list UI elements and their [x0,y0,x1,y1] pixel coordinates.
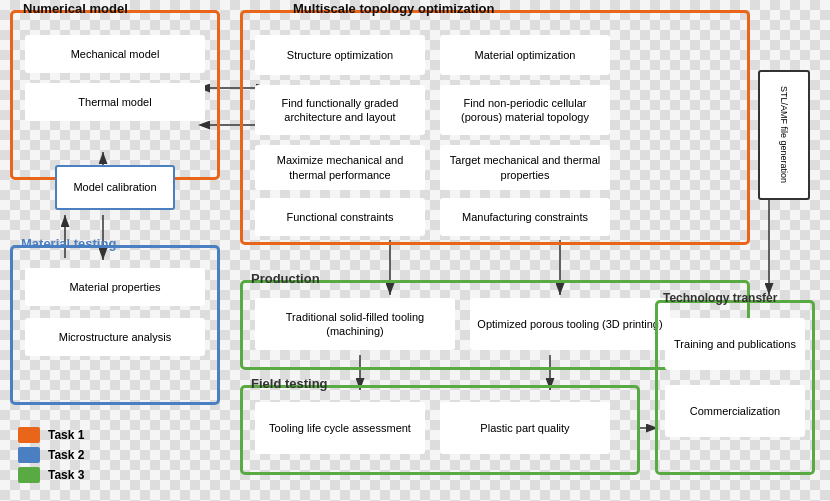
legend: Task 1 Task 2 Task 3 [18,427,84,483]
technology-transfer-title: Technology transfer [663,291,777,305]
maximize-mech-box: Maximize mechanical and thermal performa… [255,145,425,190]
tooling-life-box: Tooling life cycle assessment [255,402,425,454]
functional-constraints-box: Functional constraints [255,198,425,236]
microstructure-box: Microstructure analysis [25,318,205,356]
plastic-quality-box: Plastic part quality [440,402,610,454]
production-title: Production [251,271,320,286]
multiscale-title: Multiscale topology optimization [293,1,495,16]
field-testing-title: Field testing [251,376,328,391]
traditional-tooling-box: Traditional solid-filled tooling (machin… [255,298,455,350]
training-box: Training and publications [665,318,805,370]
mechanical-model-box: Mechanical model [25,35,205,73]
material-optimization-box: Material optimization [440,35,610,75]
commercialization-box: Commercialization [665,385,805,437]
stl-amf-box: STL/AMF file generation [758,70,810,200]
structure-optimization-box: Structure optimization [255,35,425,75]
legend-task2: Task 2 [18,447,84,463]
legend-task1-color [18,427,40,443]
target-mech-box: Target mechanical and thermal properties [440,145,610,190]
find-fga-box: Find functionally graded architecture an… [255,85,425,135]
model-calibration-box: Model calibration [55,165,175,210]
find-nonperiodic-box: Find non-periodic cellular (porous) mate… [440,85,610,135]
manufacturing-constraints-box: Manufacturing constraints [440,198,610,236]
legend-task3: Task 3 [18,467,84,483]
legend-task3-color [18,467,40,483]
material-testing-title: Material testing [21,236,116,251]
legend-task1: Task 1 [18,427,84,443]
material-properties-box: Material properties [25,268,205,306]
numerical-model-title: Numerical model [23,1,128,16]
thermal-model-box: Thermal model [25,83,205,121]
legend-task2-color [18,447,40,463]
optimized-tooling-box: Optimized porous tooling (3D printing) [470,298,670,350]
